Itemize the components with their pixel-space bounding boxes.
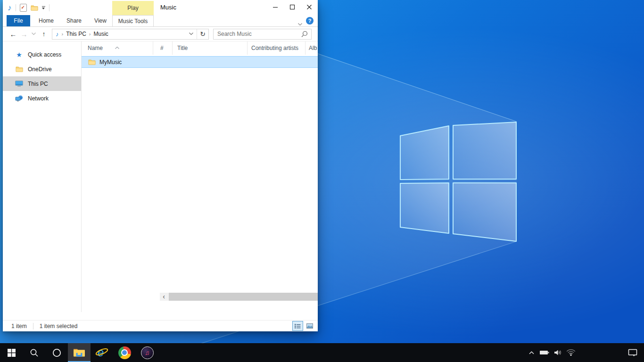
search-icon[interactable] [301, 31, 308, 38]
details-view-icon [295, 324, 301, 329]
sidebar-item-label: Network [28, 95, 49, 102]
quick-access-star-icon: ★ [16, 51, 22, 58]
breadcrumb-separator: › [89, 31, 91, 37]
selection-count: 1 item selected [40, 323, 78, 329]
separator [16, 4, 16, 11]
taskbar-chrome-button[interactable] [113, 343, 136, 362]
chrome-icon [118, 346, 131, 359]
column-header-number[interactable]: # [153, 41, 173, 55]
column-header-title[interactable]: Title [173, 41, 248, 55]
expand-ribbon-chevron-icon[interactable] [298, 19, 302, 28]
internet-explorer-icon: e [95, 346, 108, 359]
up-button[interactable]: ↑ [38, 31, 50, 37]
help-button[interactable]: ? [306, 17, 314, 25]
speaker-icon [554, 349, 562, 356]
view-toggles [292, 321, 315, 331]
music-app-icon: ♪ [8, 4, 12, 12]
column-header-contributing-artists[interactable]: Contributing artists [248, 41, 305, 55]
scroll-left-arrow[interactable]: ‹ [160, 293, 168, 301]
battery-icon [539, 350, 550, 355]
start-button[interactable] [0, 343, 23, 362]
battery-status-icon[interactable] [537, 343, 552, 362]
taskbar-search-button[interactable] [23, 343, 45, 362]
title-bar: ♪ ✓ Play Music [3, 0, 318, 15]
search-icon [30, 348, 39, 357]
tab-home[interactable]: Home [33, 15, 59, 26]
separator [49, 4, 50, 11]
status-bar: 1 item 1 item selected [3, 320, 318, 331]
large-icons-view-button[interactable] [304, 321, 315, 331]
tab-share[interactable]: Share [61, 15, 87, 26]
sort-ascending-icon [115, 42, 119, 51]
search-input[interactable] [214, 31, 301, 37]
sidebar-item-this-pc[interactable]: This PC [3, 76, 81, 91]
scrollbar-thumb[interactable] [169, 293, 318, 301]
breadcrumb-this-pc[interactable]: This PC [66, 31, 86, 37]
horizontal-scrollbar[interactable]: ‹ › [160, 293, 318, 301]
minimize-icon [272, 4, 278, 10]
action-center-button[interactable] [621, 343, 644, 362]
sidebar-item-onedrive[interactable]: OneDrive [3, 62, 81, 76]
volume-status-icon[interactable] [552, 343, 564, 362]
taskbar-itunes-button[interactable]: ♫ [136, 343, 158, 362]
quick-access-toolbar: ♪ ✓ [8, 0, 50, 15]
column-headers: Name # Title Contributing artists Alb [82, 41, 318, 55]
tab-music-tools[interactable]: Music Tools [112, 15, 154, 26]
contextual-tab-group-play: Play [112, 1, 154, 15]
breadcrumb-music[interactable]: Music [94, 31, 108, 37]
search-box[interactable] [213, 29, 312, 40]
svg-text:e: e [98, 346, 104, 359]
wifi-icon [566, 349, 576, 356]
itunes-icon: ♫ [141, 346, 154, 359]
large-icons-view-icon [306, 323, 313, 329]
file-list-area: Name # Title Contributing artists Alb My… [81, 41, 318, 312]
sidebar-item-network[interactable]: Network [3, 91, 81, 106]
new-folder-button[interactable] [31, 5, 38, 11]
sidebar-item-quick-access[interactable]: ★ Quick access [3, 47, 81, 62]
taskbar-file-explorer-button[interactable] [68, 343, 91, 362]
column-header-album[interactable]: Alb [305, 41, 318, 55]
caption-buttons [267, 0, 318, 14]
file-explorer-window: ♪ ✓ Play Music File Home Sh [3, 0, 318, 331]
windows-start-icon [8, 349, 16, 357]
cortana-button[interactable] [45, 343, 68, 362]
recent-locations-dropdown[interactable] [29, 33, 38, 35]
item-count: 1 item [11, 323, 27, 329]
address-bar[interactable]: ♪ › This PC › Music ↻ [52, 29, 209, 40]
folder-icon [88, 59, 96, 65]
file-name: MyMusic [99, 59, 122, 66]
file-explorer-icon [73, 348, 85, 357]
network-status-icon[interactable] [564, 343, 578, 362]
tab-view[interactable]: View [89, 15, 112, 26]
network-icon [15, 95, 23, 102]
system-tray [525, 343, 644, 362]
navigation-pane: ★ Quick access OneDrive [3, 41, 81, 312]
properties-button[interactable]: ✓ [20, 4, 27, 12]
scrollbar-track[interactable] [168, 293, 310, 301]
maximize-icon [289, 4, 295, 10]
music-folder-icon: ♪ [56, 31, 59, 37]
check-icon: ✓ [21, 5, 25, 10]
separator [33, 323, 33, 329]
navigation-toolbar: ← → ↑ ♪ › This PC › Music ↻ [3, 27, 318, 41]
cortana-circle-icon [52, 348, 61, 357]
maximize-button[interactable] [284, 0, 301, 14]
back-button[interactable]: ← [8, 31, 19, 38]
ribbon-tab-row: File Home Share View Music Tools ? [3, 15, 318, 27]
breadcrumb-separator: › [62, 31, 64, 37]
taskbar: e ♫ [0, 343, 644, 362]
show-hidden-icons-button[interactable] [525, 343, 537, 362]
customize-toolbar-dropdown[interactable] [42, 6, 45, 9]
sidebar-item-label: Quick access [28, 51, 61, 58]
onedrive-folder-icon [16, 66, 23, 72]
window-title: Music [160, 0, 176, 15]
taskbar-internet-explorer-button[interactable]: e [91, 343, 113, 362]
details-view-button[interactable] [292, 321, 303, 331]
minimize-button[interactable] [267, 0, 284, 14]
address-dropdown-chevron-icon[interactable] [189, 33, 193, 35]
refresh-button[interactable]: ↻ [197, 30, 208, 38]
forward-button[interactable]: → [19, 31, 29, 38]
file-row-mymusic[interactable]: MyMusic [82, 56, 318, 68]
close-button[interactable] [301, 0, 318, 14]
tab-file[interactable]: File [7, 15, 30, 26]
